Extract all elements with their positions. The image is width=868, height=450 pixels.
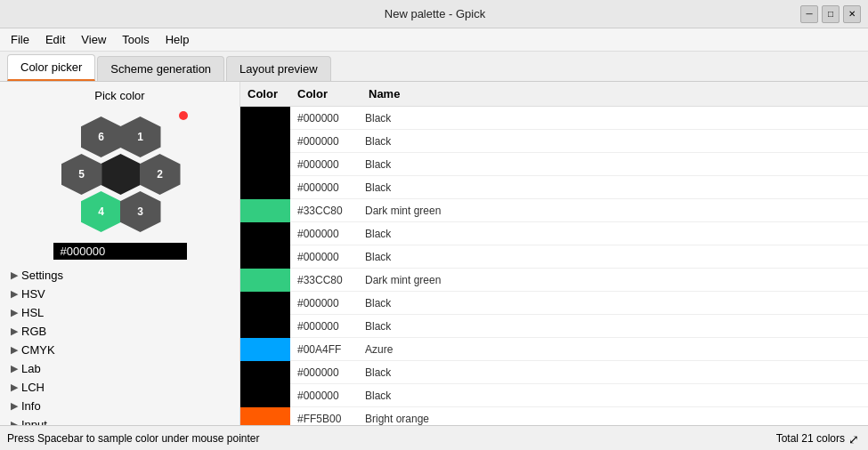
menu-view[interactable]: View bbox=[74, 30, 113, 49]
tab-bar: Color picker Scheme generation Layout pr… bbox=[0, 52, 868, 82]
tree-item-settings[interactable]: ▶ Settings bbox=[7, 267, 232, 284]
tree-arrow-settings: ▶ bbox=[11, 269, 18, 281]
hex-cell-5[interactable]: 5 bbox=[61, 154, 102, 195]
palette-hex-value: #000000 bbox=[290, 320, 361, 333]
palette-header-color-swatch: Color bbox=[240, 85, 290, 102]
palette-hex-value: #33CC80 bbox=[290, 205, 361, 217]
palette-hex-value: #000000 bbox=[290, 228, 361, 240]
tree-item-info[interactable]: ▶ Info bbox=[7, 398, 232, 414]
maximize-button[interactable]: □ bbox=[822, 5, 840, 23]
palette-hex-value: #33CC80 bbox=[290, 274, 361, 286]
hex-cell-2[interactable]: 2 bbox=[140, 154, 181, 195]
hex-cell-1[interactable]: 1 bbox=[120, 117, 161, 157]
tree-item-hsv[interactable]: ▶ HSV bbox=[7, 285, 232, 302]
tree-menu: ▶ Settings ▶ HSV ▶ HSL ▶ RGB ▶ CMYK ▶ La… bbox=[0, 265, 239, 425]
expand-button[interactable]: ⤢ bbox=[848, 432, 861, 445]
palette-row[interactable]: #000000Black bbox=[240, 222, 868, 245]
palette-row[interactable]: #000000Black bbox=[240, 153, 868, 176]
tree-arrow-rgb: ▶ bbox=[11, 325, 18, 337]
tree-arrow-hsl: ▶ bbox=[11, 307, 18, 318]
palette-hex-value: #000000 bbox=[290, 366, 361, 379]
menu-tools[interactable]: Tools bbox=[115, 30, 156, 49]
hex-center[interactable] bbox=[101, 154, 142, 195]
palette-hex-value: #FF5B00 bbox=[290, 413, 361, 425]
tab-scheme-generation[interactable]: Scheme generation bbox=[97, 56, 224, 81]
tree-item-rgb[interactable]: ▶ RGB bbox=[7, 323, 232, 340]
palette-header: Color Color Name bbox=[240, 82, 868, 107]
menu-file[interactable]: File bbox=[4, 30, 37, 49]
tree-arrow-input: ▶ bbox=[11, 419, 18, 425]
palette-hex-value: #000000 bbox=[290, 158, 361, 171]
palette-color-name: Dark mint green bbox=[361, 274, 868, 286]
palette-hex-value: #000000 bbox=[290, 390, 361, 402]
palette-row[interactable]: #000000Black bbox=[240, 245, 868, 269]
title-bar: New palette - Gpick ─ □ ✕ bbox=[0, 0, 868, 28]
palette-row[interactable]: #000000Black bbox=[240, 315, 868, 338]
total-colors-text: Total 21 colors bbox=[776, 432, 845, 445]
palette-color-name: Black bbox=[361, 390, 868, 402]
palette-header-color-hex: Color bbox=[290, 85, 361, 102]
palette-row[interactable]: #000000Black bbox=[240, 176, 868, 199]
palette-row[interactable]: #000000Black bbox=[240, 130, 868, 153]
palette-color-name: Black bbox=[361, 135, 868, 148]
palette-swatch bbox=[240, 222, 290, 245]
palette-color-name: Azure bbox=[361, 343, 868, 356]
hex-grid: 6 1 5 2 4 3 bbox=[49, 108, 191, 241]
palette-swatch bbox=[240, 199, 290, 222]
tree-item-hsl[interactable]: ▶ HSL bbox=[7, 304, 232, 321]
palette-swatch bbox=[240, 245, 290, 269]
palette-rows: #000000Black#000000Black#000000Black#000… bbox=[240, 107, 868, 425]
palette-color-name: Black bbox=[361, 297, 868, 309]
tab-color-picker[interactable]: Color picker bbox=[7, 54, 95, 81]
palette-hex-value: #00A4FF bbox=[290, 343, 361, 356]
palette-hex-value: #000000 bbox=[290, 251, 361, 263]
palette-color-name: Black bbox=[361, 228, 868, 240]
status-left-text: Press Spacebar to sample color under mou… bbox=[7, 432, 259, 445]
palette-panel: Color Color Name #000000Black#000000Blac… bbox=[240, 82, 868, 425]
palette-row[interactable]: #000000Black bbox=[240, 292, 868, 315]
left-panel: Pick color 6 1 5 bbox=[0, 82, 240, 425]
menu-bar: File Edit View Tools Help bbox=[0, 28, 868, 52]
palette-swatch bbox=[240, 176, 290, 199]
hex-cell-3[interactable]: 3 bbox=[120, 191, 161, 232]
tab-layout-preview[interactable]: Layout preview bbox=[226, 56, 330, 81]
palette-row[interactable]: #33CC80Dark mint green bbox=[240, 269, 868, 292]
palette-row[interactable]: #000000Black bbox=[240, 384, 868, 407]
palette-swatch bbox=[240, 130, 290, 153]
palette-swatch bbox=[240, 384, 290, 407]
palette-swatch bbox=[240, 315, 290, 338]
tree-arrow-hsv: ▶ bbox=[11, 288, 18, 300]
minimize-button[interactable]: ─ bbox=[800, 5, 818, 23]
palette-header-name: Name bbox=[361, 85, 868, 102]
palette-swatch bbox=[240, 292, 290, 315]
palette-hex-value: #000000 bbox=[290, 181, 361, 194]
palette-swatch bbox=[240, 338, 290, 361]
hex-cell-6[interactable]: 6 bbox=[81, 117, 122, 157]
palette-color-name: Black bbox=[361, 320, 868, 333]
hex-picker-container: 6 1 5 2 4 3 bbox=[0, 108, 239, 260]
tree-item-input[interactable]: ▶ Input bbox=[7, 416, 232, 425]
menu-edit[interactable]: Edit bbox=[38, 30, 72, 49]
tree-item-lab[interactable]: ▶ Lab bbox=[7, 360, 232, 377]
palette-row[interactable]: #00A4FFAzure bbox=[240, 338, 868, 361]
palette-color-name: Dark mint green bbox=[361, 205, 868, 217]
main-content: Pick color 6 1 5 bbox=[0, 82, 868, 425]
window-controls: ─ □ ✕ bbox=[800, 5, 861, 23]
pick-color-label: Pick color bbox=[0, 89, 239, 102]
tree-item-lch[interactable]: ▶ LCH bbox=[7, 379, 232, 396]
hex-cell-4[interactable]: 4 bbox=[81, 191, 122, 232]
palette-row[interactable]: #FF5B00Bright orange bbox=[240, 407, 868, 425]
palette-row[interactable]: #000000Black bbox=[240, 107, 868, 130]
menu-help[interactable]: Help bbox=[158, 30, 197, 49]
palette-hex-value: #000000 bbox=[290, 297, 361, 309]
palette-row[interactable]: #33CC80Dark mint green bbox=[240, 199, 868, 222]
palette-swatch bbox=[240, 153, 290, 176]
palette-color-name: Black bbox=[361, 158, 868, 171]
palette-color-name: Black bbox=[361, 251, 868, 263]
status-right: Total 21 colors ⤢ bbox=[776, 432, 861, 445]
tree-arrow-cmyk: ▶ bbox=[11, 344, 18, 356]
close-button[interactable]: ✕ bbox=[843, 5, 861, 23]
palette-row[interactable]: #000000Black bbox=[240, 361, 868, 384]
palette-swatch bbox=[240, 107, 290, 130]
tree-item-cmyk[interactable]: ▶ CMYK bbox=[7, 342, 232, 358]
